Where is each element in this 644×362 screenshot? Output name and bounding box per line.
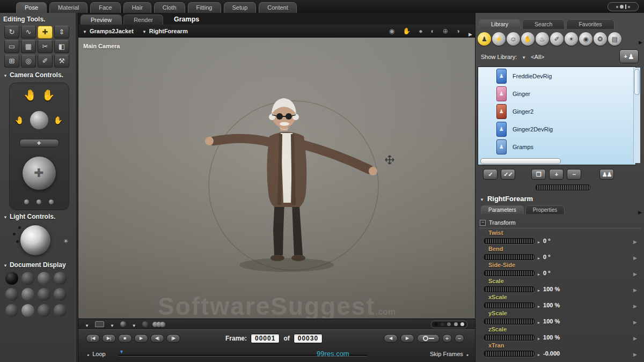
tool-button-taper[interactable]: ▦ [21, 40, 36, 53]
dial-menu-icon[interactable] [633, 284, 637, 294]
camera-dropdown-icon[interactable] [85, 320, 89, 329]
transform-group-header[interactable]: − Transform [480, 219, 641, 228]
tool-button-chain-break[interactable]: ✂ [38, 40, 53, 53]
document-display-header[interactable]: Document Display [0, 258, 78, 270]
display-style-cartoon[interactable] [54, 288, 67, 301]
room-tab-fitting[interactable]: Fitting [188, 2, 221, 13]
transport-button-last-frame[interactable]: ▶| [102, 334, 116, 343]
skip-frames-toggle[interactable]: Skip Frames [430, 351, 469, 357]
room-tab-pose[interactable]: Pose [16, 2, 47, 13]
figure-selector[interactable]: Gramps2Jacket [83, 28, 134, 34]
display-style-wireframe[interactable] [38, 272, 50, 285]
library-item[interactable]: Ginger2 [478, 102, 635, 120]
shadow-sphere-icon[interactable] [142, 321, 148, 327]
camera-select-right-icon[interactable] [54, 116, 63, 124]
dial-widget[interactable] [484, 351, 535, 357]
actor-selector[interactable]: RightForearm [142, 28, 188, 34]
library-dropdown-icon[interactable] [522, 54, 526, 60]
tool-button-grouping[interactable]: ⊞ [4, 55, 19, 68]
category-hands[interactable]: ✋ [521, 32, 535, 46]
library-item[interactable]: Ginger2DevRig [478, 120, 635, 138]
library-horizontal-scrollbar[interactable] [480, 158, 561, 164]
tool-button-scale[interactable]: ▭ [4, 40, 19, 53]
library-button-checkmark-single[interactable]: ✓ [483, 169, 497, 180]
tool-button-twist[interactable]: ∿ [21, 26, 36, 39]
collapse-icon[interactable] [3, 213, 8, 220]
panel-tab-search[interactable]: Search [522, 19, 565, 29]
collapse-icon[interactable] [3, 261, 8, 269]
camera-plane-control[interactable] [19, 139, 59, 147]
tool-button-translate-pull[interactable]: ✚ [38, 26, 53, 39]
display-style-lit-wireframe[interactable] [5, 288, 18, 301]
style-dot-icon[interactable] [441, 322, 444, 326]
room-tab-cloth[interactable]: Cloth [154, 2, 185, 13]
dial-menu-icon[interactable] [633, 252, 637, 262]
scroll-right-icon[interactable] [469, 28, 472, 38]
dial-value[interactable]: 0 ° [543, 270, 551, 276]
display-spheres-icon[interactable] [154, 322, 165, 327]
tool-button-morphing-tool[interactable]: ✐ [38, 55, 53, 68]
style-dropdown-icon[interactable] [110, 320, 114, 329]
dial-value[interactable]: 100 % [543, 286, 560, 292]
room-tab-face[interactable]: Face [90, 2, 120, 13]
library-filter-value[interactable]: <All> [531, 54, 544, 60]
dial-menu-icon[interactable] [633, 316, 637, 326]
tool-button-translate-in-out[interactable]: ⇕ [54, 26, 69, 39]
move-z-hand-icon[interactable] [42, 88, 55, 101]
view-tab-render[interactable]: Render [123, 14, 163, 25]
style-dot-icon[interactable] [454, 322, 458, 326]
library-button-swap-figure[interactable]: ♟♟ [599, 169, 614, 180]
move-xy-hand-icon[interactable] [23, 88, 36, 101]
light-controls-header[interactable]: Light Controls. [0, 210, 78, 222]
transport-button-next-frame[interactable]: |▶ [166, 334, 180, 343]
dial-widget[interactable] [484, 335, 535, 341]
dial-menu-icon[interactable] [633, 268, 637, 278]
dial-value[interactable]: 100 % [543, 318, 560, 324]
categories-scroll-icon[interactable] [639, 36, 642, 46]
actor-parameters-header[interactable]: RightForearm [480, 195, 533, 203]
transport-button-play[interactable]: ▶ [134, 334, 148, 343]
document-tab[interactable]: Gramps [174, 16, 199, 23]
params-scroll-icon[interactable] [638, 206, 642, 216]
playhead-icon[interactable] [119, 349, 124, 354]
scrollbar-thumb[interactable] [634, 69, 640, 95]
head-camera-icon[interactable] [30, 111, 48, 129]
library-vertical-scrollbar[interactable] [633, 68, 640, 163]
collapse-icon[interactable] [3, 71, 8, 79]
room-tab-hair[interactable]: Hair [123, 2, 151, 13]
edit-keyframes-button[interactable] [417, 334, 440, 343]
tool-button-color[interactable]: ◧ [54, 40, 69, 53]
dial-value[interactable]: -0.000 [543, 350, 560, 357]
light-indicator-icon[interactable] [16, 240, 19, 243]
library-item[interactable]: Gramps [478, 138, 635, 156]
view-tab-preview[interactable]: Preview [80, 14, 122, 25]
loop-toggle[interactable]: Loop [87, 351, 106, 357]
dial-widget[interactable] [484, 238, 535, 244]
dial-menu-icon[interactable] [633, 349, 637, 358]
header-rotate-ball-icon[interactable]: ◐ [430, 25, 434, 37]
dial-widget[interactable] [484, 254, 535, 260]
header-crosshair-ball-icon[interactable]: ⊕ [443, 25, 448, 37]
transport-button-stop[interactable]: ■ [118, 334, 132, 343]
panel-tab-library[interactable]: Library [479, 19, 521, 29]
camera-memory-dots[interactable] [24, 200, 54, 204]
header-face-camera-icon[interactable]: ◉ [389, 25, 394, 37]
tool-button-rotate[interactable]: ↻ [4, 26, 19, 39]
header-flash-ball-icon[interactable]: ◑ [456, 25, 460, 37]
transport-button-first-frame[interactable]: |◀ [86, 334, 100, 343]
tracking-sphere-icon[interactable] [120, 321, 126, 327]
dial-value[interactable]: 0 ° [543, 238, 551, 244]
tool-button-direct-manipulation[interactable]: ⚒ [54, 55, 69, 68]
style-dot-icon[interactable] [447, 322, 451, 326]
camera-controls-header[interactable]: Camera Controls. [0, 69, 78, 80]
category-cameras[interactable]: ◉ [579, 32, 592, 46]
add-keyframe-button[interactable]: + [442, 334, 452, 343]
dial-menu-icon[interactable] [633, 333, 637, 342]
dial-value[interactable]: 100 % [543, 302, 560, 308]
collapse-box-icon[interactable]: − [480, 220, 486, 226]
room-tab-material[interactable]: Material [49, 2, 87, 13]
display-style-silhouette[interactable] [5, 272, 18, 285]
category-materials[interactable]: ❂ [594, 32, 607, 46]
display-style-outline[interactable] [21, 272, 34, 285]
display-style-texture-shaded[interactable] [38, 304, 50, 317]
